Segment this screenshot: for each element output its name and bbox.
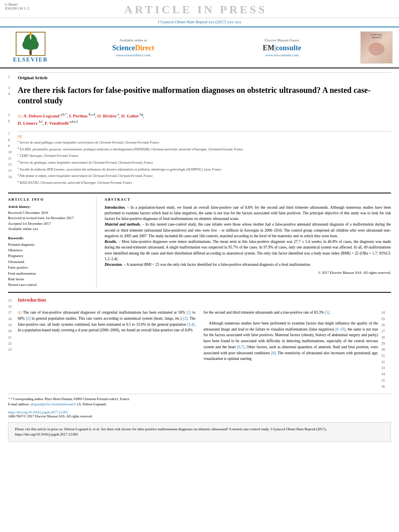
em-consulte-brand: EM|consulte: [212, 44, 352, 52]
intro-p2-text-2: .: [329, 310, 330, 314]
intro-left-text: Q3 The rate of true-positive ultrasound …: [18, 310, 195, 353]
title-content: Are there risk factors for false-positiv…: [18, 85, 391, 110]
intro-right-line-nums: 24 25 26 27 28 29 30 31 32 33 34: [381, 310, 391, 390]
title-line-numbers: 3 4: [8, 85, 18, 110]
article-header-content: Original Article: [18, 72, 391, 83]
cover-illustration: [364, 39, 389, 57]
ref-2[interactable]: [2]: [26, 316, 30, 320]
footnote-star: *: [8, 397, 10, 401]
authors-content: Q1 A. Debost-Legrand a,b,*, I. Perthus b…: [18, 112, 391, 129]
abstract-intro-label: Introduction.: [105, 205, 125, 210]
affil-c: c CEMC-Auvergne, Clermont-Ferrand, Franc…: [18, 152, 391, 158]
svg-point-2: [23, 40, 30, 49]
ref-6-7[interactable]: [6,7]: [237, 345, 244, 349]
received-date: Received 5 December 2016: [8, 210, 91, 216]
accepted-date: Accepted 1st December 2017: [8, 221, 91, 227]
elsevier-logo-box: ELSEVIER: [6, 32, 55, 63]
article-header-row: 2 Original Article: [8, 72, 391, 83]
email-label: E-mail address:: [8, 402, 29, 406]
main-content: 2 Original Article 3 4 Are there risk fa…: [0, 68, 399, 446]
affil-d: d Service de génétique, centre hospitali…: [18, 159, 391, 165]
intro-paragraph-2: for the second and third trimester ultra…: [204, 310, 378, 316]
available-online: Available online xxx: [8, 226, 91, 232]
keyword-risk-factor: Risk factor: [8, 276, 91, 282]
introduction-title: Introduction: [18, 297, 391, 303]
logo-header: ELSEVIER Available online at ScienceDire…: [0, 27, 399, 68]
abstract-discussion-label: Discussion.: [105, 263, 123, 267]
abstract-methods-text: – In this nested case-control study, the…: [105, 222, 391, 238]
em-text: EM: [263, 44, 274, 52]
ref-6-10[interactable]: [6–10]: [335, 327, 346, 331]
intro-paragraph-3: Although numerous studies have been perf…: [204, 320, 378, 362]
keyword-ultrasound: Ultrasound: [8, 259, 91, 265]
svg-point-8: [372, 42, 381, 50]
ref-8[interactable]: [8]: [271, 351, 276, 355]
elsevier-masson-france: Elsevier Masson France: [212, 38, 352, 42]
ref-5[interactable]: [5]: [325, 310, 329, 314]
two-col-section: ARTICLE INFO Article history: Received 5…: [8, 193, 391, 288]
affil-e: e Faculté de médecine RTH Laennec, assoc…: [18, 166, 391, 172]
sciencedirect-url[interactable]: www.sciencedirect.com: [63, 53, 204, 57]
article-history-label: Article history:: [8, 205, 91, 209]
author-debost: A. Debost-Legrand: [23, 113, 61, 118]
affil-g: g R2D2-EA7281, Clermont université, univ…: [18, 179, 391, 185]
abstract-text: Introduction. – In a population-based st…: [105, 205, 391, 268]
footnotes-section: * * Corresponding author. Place Henri-Du…: [8, 394, 391, 407]
email-footnote: E-mail address: alegrand@chu-clermontfer…: [8, 402, 391, 407]
affil-f: f Pôle femme et enfant, centre hospitali…: [18, 173, 391, 179]
cover-journal-text: GynecologyObstetrics: [370, 33, 382, 39]
doi-section: https://doi.org/10.1016/j.jogoh.2017.12.…: [8, 410, 391, 418]
keyword-pregnancy: Pregnancy: [8, 253, 91, 259]
page-container: G Model JOGOH 130 1–5 ARTICLE IN PRESS J…: [0, 0, 399, 446]
affiliations-block: Q2 a Service de santé publique, centre h…: [18, 131, 391, 185]
author-perthus: I. Perthus: [69, 113, 88, 118]
title-row: 3 4 Are there risk factors for false-pos…: [8, 85, 391, 110]
em-consulte-url[interactable]: www.em-consulte.com: [212, 53, 352, 57]
doi-link[interactable]: https://doi.org/10.1016/j.jogoh.2017.12.…: [8, 410, 391, 414]
affiliations-row: 7 8 9 10 11 12 13 14 Q2 a Service de san…: [8, 131, 391, 189]
intro-right-text: for the second and third trimester ultra…: [204, 310, 381, 390]
affil-a: a Service de santé publique, centre hosp…: [18, 139, 391, 145]
abstract-discussion-text: – A maternal BMI < 25 was the only risk …: [124, 263, 311, 267]
keyword-nested-case: Nested case-control: [8, 282, 91, 288]
intro-p1-text-3: in general population studies. This rate…: [30, 316, 183, 320]
ref-3-4[interactable]: [3,4]: [187, 322, 194, 327]
q1-marker: Q1: [18, 114, 22, 118]
elsevier-brand: ELSEVIER: [13, 57, 48, 63]
affiliations-line-numbers: 7 8 9 10 11 12 13 14: [8, 131, 18, 189]
authors-line: Q1 A. Debost-Legrand a,b,*, I. Perthus b…: [18, 112, 391, 127]
issn-text: 2468-7847/© 2017 Elsevier Masson SAS. Al…: [8, 414, 391, 418]
intro-left-row: 17 18 19 20 21 22 23 Q3 The rate of true…: [8, 310, 195, 353]
author-riviere: O. Rivière: [97, 113, 118, 118]
sciencedirect-brand: ScienceDirect: [63, 44, 204, 52]
science-text: Science: [112, 44, 135, 52]
intro-title-row: 15 16 Introduction: [8, 297, 391, 310]
g-model-label: G Model: [5, 2, 29, 6]
abstract-results-label: Results.: [105, 240, 117, 244]
sciencedirect-box: Available online at ScienceDirect www.sc…: [63, 38, 204, 57]
abstract-copyright: © 2017 Elsevier Masson SAS. All rights r…: [105, 271, 391, 275]
intro-body-cols: 17 18 19 20 21 22 23 Q3 The rate of true…: [8, 310, 391, 390]
journal-line: J Gynecol Obstet Hum Reprod xxx (2017) x…: [0, 18, 399, 27]
consulte-text: consulte: [276, 44, 301, 52]
affiliations-content: Q2 a Service de santé publique, centre h…: [18, 131, 391, 189]
ref-1[interactable]: [1]: [187, 310, 191, 314]
citation-text: Please cite this article in press as: De…: [15, 427, 327, 437]
affil-b: b EA 4681, périantalité, grossesse, envi…: [18, 146, 391, 152]
intro-p2-text: for the second and third trimester ultra…: [204, 310, 325, 314]
direct-text: Direct: [135, 44, 154, 52]
intro-left-col: 17 18 19 20 21 22 23 Q3 The rate of true…: [8, 310, 195, 390]
keywords-section: Keywords: Prenatal diagnosis Obstetrics …: [8, 236, 91, 288]
email-link[interactable]: alegrand@chu-clermontferrand.fr: [30, 402, 76, 406]
em-consulte-box: Elsevier Masson France EM|consulte www.e…: [212, 38, 352, 57]
authors-row: 5 6 Q1 A. Debost-Legrand a,b,*, I. Perth…: [8, 112, 391, 129]
citation-box: Please cite this article in press as: De…: [8, 422, 391, 442]
abstract-header: ABSTRACT: [105, 197, 391, 201]
cover-image-inner: GynecologyObstetrics: [361, 32, 392, 63]
author-vendittelli: F. Vendittelli: [45, 121, 70, 125]
author-lemery-sup: b,f: [39, 120, 43, 123]
author-perthus-sup: b,c,d: [89, 113, 95, 116]
ref-2b[interactable]: [2]: [183, 316, 187, 320]
received-revised-date: Received in revised form 1st December 20…: [8, 216, 91, 221]
author-gallot-sup: f,g: [140, 113, 143, 116]
